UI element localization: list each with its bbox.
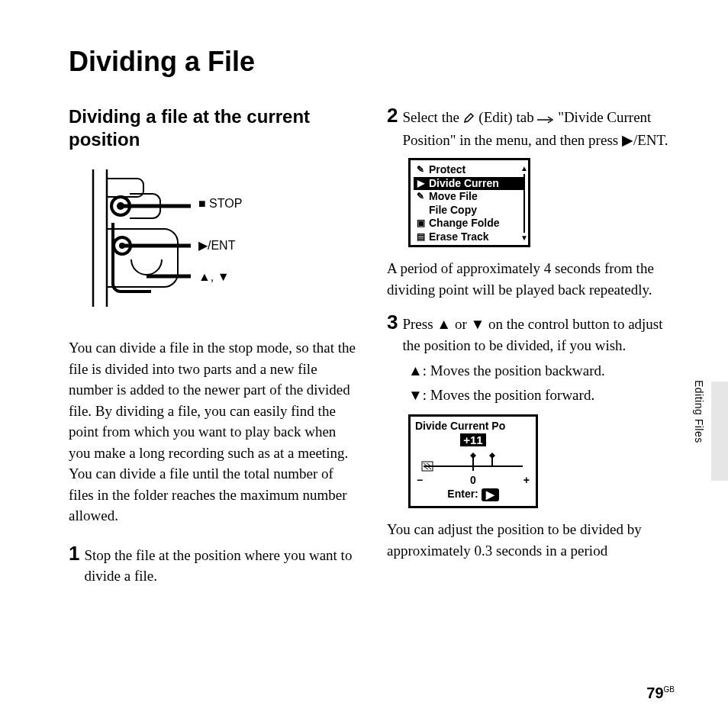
menu-item-divide-current: ▶ Divide Curren	[414, 177, 525, 191]
divide-screen-title: Divide Current Po	[415, 420, 531, 432]
up-icon: ▲	[198, 270, 211, 283]
section-side-label: Editing Files	[693, 380, 705, 443]
intro-paragraph: You can divide a file in the stop mode, …	[69, 337, 356, 527]
pencil-icon: ✎	[415, 191, 426, 202]
play-icon: ▶	[482, 488, 499, 501]
divide-screen-enter: Enter: ▶	[415, 488, 531, 501]
device-diagram-svg	[76, 169, 282, 307]
diagram-label-stop: ■ STOP	[198, 197, 242, 211]
device-diagram: ■ STOP ▶/ENT ▲, ▼	[76, 169, 282, 307]
pencil-icon	[463, 108, 475, 130]
section-subtitle: Dividing a file at the current position	[69, 105, 356, 151]
step-1: 1 Stop the file at the position where yo…	[69, 543, 356, 587]
display-icon: ▣	[415, 217, 426, 229]
divide-screen-value: +11	[460, 433, 485, 446]
scroll-down-icon: ▼	[520, 234, 528, 242]
play-icon: ▶	[198, 239, 208, 252]
step-2-number: 2	[387, 105, 398, 125]
menu-item-file-copy: File Copy	[414, 204, 525, 217]
page-title: Dividing a File	[69, 46, 675, 78]
display-icon: ▤	[415, 231, 426, 243]
menu-item-move-file: ✎ Move File	[414, 190, 525, 204]
divide-screen-slider	[415, 449, 531, 475]
menu-screenshot: ✎ Protect ▶ Divide Curren ✎ Move File Fi…	[408, 158, 530, 247]
down-icon: ▼	[217, 270, 230, 283]
menu-scrollbar: ▲ ▼	[522, 165, 527, 242]
menu-item-protect: ✎ Protect	[414, 163, 525, 177]
step-2-text: Select the (Edit) tab "Divide Current Po…	[402, 107, 675, 150]
right-column: 2 Select the (Edit) tab "Divide Current …	[387, 105, 675, 591]
menu-item-erase-track: ▤ Erase Track	[414, 230, 525, 244]
step-3-number: 3	[387, 312, 398, 332]
arrow-right-icon	[537, 108, 554, 130]
step-3-sub-up: ▲: Moves the position backward.	[408, 360, 675, 382]
diagram-label-ent: ▶/ENT	[198, 238, 235, 253]
step-1-number: 1	[69, 543, 79, 563]
page-number: 79GB	[646, 685, 675, 702]
divide-position-screenshot: Divide Current Po +11	[408, 414, 538, 508]
after-menu-paragraph: A period of approximately 4 seconds from…	[387, 258, 675, 300]
diagram-label-updown: ▲, ▼	[198, 270, 230, 284]
divide-screen-scale: − 0 +	[415, 474, 531, 486]
step-3-sub-down: ▼: Moves the position forward.	[408, 385, 675, 406]
play-icon: ▶	[415, 178, 426, 189]
after-divide-paragraph: You can adjust the position to be divide…	[387, 519, 675, 561]
play-icon: ▶	[622, 132, 633, 148]
stop-square-icon: ■	[198, 197, 209, 210]
step-3: 3 Press ▲ or ▼ on the control button to …	[387, 312, 675, 356]
menu-item-change-folder: ▣ Change Folde	[414, 217, 525, 230]
scroll-up-icon: ▲	[520, 165, 528, 172]
left-column: Dividing a file at the current position	[69, 105, 356, 591]
step-2: 2 Select the (Edit) tab "Divide Current …	[387, 105, 675, 150]
step-1-text: Stop the file at the position where you …	[84, 545, 356, 587]
thumb-tab	[711, 382, 728, 481]
step-3-text: Press ▲ or ▼ on the control button to ad…	[402, 314, 675, 356]
pencil-icon: ✎	[415, 164, 426, 176]
